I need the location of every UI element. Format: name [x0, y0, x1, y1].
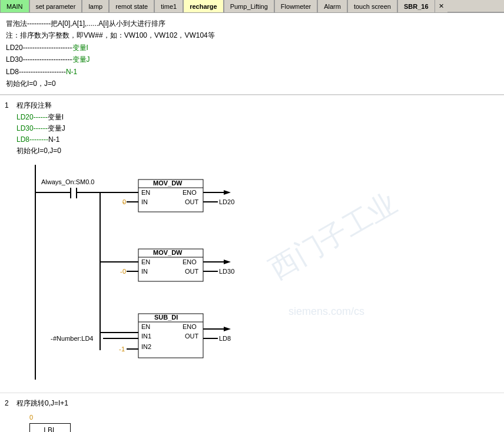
svg-text:OUT: OUT: [185, 198, 199, 205]
comment-line3-val: 变量J: [48, 124, 65, 132]
header-line6: 初始化I=0，J=0: [6, 78, 498, 89]
svg-text:EN: EN: [141, 189, 150, 196]
svg-text:-: -: [120, 268, 122, 275]
network-1-svg: Always_On:SM0.0: [24, 162, 459, 386]
header-line3: LD20---------------------变量I: [6, 42, 498, 54]
comment-line2-label: LD20------: [16, 113, 48, 121]
tab-alarm[interactable]: Alarm: [317, 0, 347, 12]
network-2-comment: 程序跳转0,J=I+1: [16, 398, 68, 409]
svg-text:ENO: ENO: [183, 323, 197, 330]
header-line4: LD30---------------------变量J: [6, 54, 498, 65]
svg-text:IN1: IN1: [141, 333, 151, 340]
line5-label: LD8--------------------: [6, 68, 66, 76]
svg-text:OUT: OUT: [185, 268, 199, 275]
svg-text:ENO: ENO: [183, 258, 197, 265]
comment-line2-val: 变量I: [48, 113, 64, 121]
comment-line4-label: LD8--------: [16, 135, 48, 144]
svg-text:EN: EN: [141, 323, 150, 330]
svg-text:LD30: LD30: [219, 268, 234, 275]
svg-text:ENO: ENO: [183, 189, 197, 196]
lbl-val-label: 0: [29, 414, 498, 421]
svg-text:-: -: [122, 198, 125, 205]
svg-text:-: -: [119, 345, 121, 353]
watermark2: siemens.com/cs: [289, 305, 364, 317]
tab-main[interactable]: MAIN: [0, 0, 29, 12]
ladder-area: 1 程序段注释 LD20------变量I LD30------变量J LD8-…: [0, 95, 504, 432]
svg-marker-49: [224, 327, 231, 331]
comment-line4: LD8--------N-1: [16, 134, 65, 145]
network-2-ladder: 0 LBL: [18, 411, 504, 432]
network-1-comment: 程序段注释 LD20------变量I LD30------变量J LD8---…: [16, 100, 65, 157]
svg-text:OUT: OUT: [185, 333, 199, 340]
comment-line4-val: N-1: [48, 135, 59, 144]
tab-touch-screen[interactable]: touch screen: [347, 0, 397, 12]
svg-marker-32: [224, 260, 231, 264]
svg-text:MOV_DW: MOV_DW: [153, 180, 183, 187]
network-1-ladder: Always_On:SM0.0: [18, 159, 504, 390]
network-1: 1 程序段注释 LD20------变量I LD30------变量J LD8-…: [0, 95, 504, 393]
tab-pump-lifting[interactable]: Pump_Lifting: [224, 0, 274, 12]
contact-label: Always_On:SM0.0: [41, 178, 94, 185]
tab-set-parameter[interactable]: set parameter: [29, 0, 82, 12]
comment-line1: 程序段注释: [16, 100, 65, 111]
svg-text:1: 1: [121, 345, 125, 353]
header-line1: 冒泡法----------把A[0],A[1],......A[i]从小到大进行…: [6, 18, 498, 29]
svg-text:IN2: IN2: [141, 343, 151, 350]
line3-val: 变量I: [72, 44, 88, 52]
network-2: 2 程序跳转0,J=I+1 0 LBL: [0, 393, 504, 432]
main-content: 冒泡法----------把A[0],A[1],......A[i]从小到大进行…: [0, 13, 504, 432]
comment-line3-label: LD30------: [16, 124, 48, 132]
header-line5: LD8--------------------N-1: [6, 66, 498, 78]
tab-bar: MAIN set parameter lamp remot state time…: [0, 0, 504, 13]
lbl-block: LBL: [29, 423, 71, 432]
tab-lamp[interactable]: lamp: [82, 0, 109, 12]
network-1-number: 1: [5, 101, 16, 109]
svg-text:MOV_DW: MOV_DW: [153, 249, 183, 256]
network-2-header: 2 程序跳转0,J=I+1: [0, 396, 504, 411]
tab-remot-state[interactable]: remot state: [109, 0, 154, 12]
network-1-header: 1 程序段注释 LD20------变量I LD30------变量J LD8-…: [0, 98, 504, 159]
svg-text:SUB_DI: SUB_DI: [154, 314, 178, 321]
svg-text:IN: IN: [141, 198, 148, 205]
line4-label: LD30---------------------: [6, 55, 72, 64]
header-line2: 注：排序数为字整数，即VW##，如：VW100，VW102，VW104等: [6, 29, 498, 41]
watermark: 西门子工业: [264, 187, 402, 285]
svg-text:LD20: LD20: [219, 198, 234, 205]
lbl-label-text: LBL: [44, 426, 56, 432]
svg-text:EN: EN: [141, 258, 150, 265]
line4-val: 变量J: [72, 55, 90, 64]
line5-val: N-1: [66, 68, 77, 76]
svg-text:#Number:LD4: #Number:LD4: [53, 335, 93, 342]
header-info: 冒泡法----------把A[0],A[1],......A[i]从小到大进行…: [0, 13, 504, 95]
svg-text:0: 0: [122, 268, 126, 275]
tab-recharge[interactable]: recharge: [183, 0, 223, 12]
comment-line2: LD20------变量I: [16, 112, 65, 123]
close-tab-button[interactable]: ✕: [435, 0, 447, 12]
tab-sbr16[interactable]: SBR_16: [397, 0, 435, 12]
svg-text:LD8: LD8: [219, 335, 231, 342]
line3-label: LD20---------------------: [6, 44, 72, 52]
network-2-number: 2: [5, 399, 16, 407]
tab-time1[interactable]: time1: [154, 0, 183, 12]
svg-marker-16: [224, 190, 231, 195]
svg-text:IN: IN: [141, 268, 148, 275]
svg-text:-: -: [51, 335, 53, 342]
comment-line5: 初始化I=0,J=0: [16, 145, 65, 157]
network-2-comment-text: 程序跳转0,J=I+1: [16, 398, 68, 409]
tab-flowmeter[interactable]: Flowmeter: [274, 0, 317, 12]
comment-line3: LD30------变量J: [16, 123, 65, 134]
